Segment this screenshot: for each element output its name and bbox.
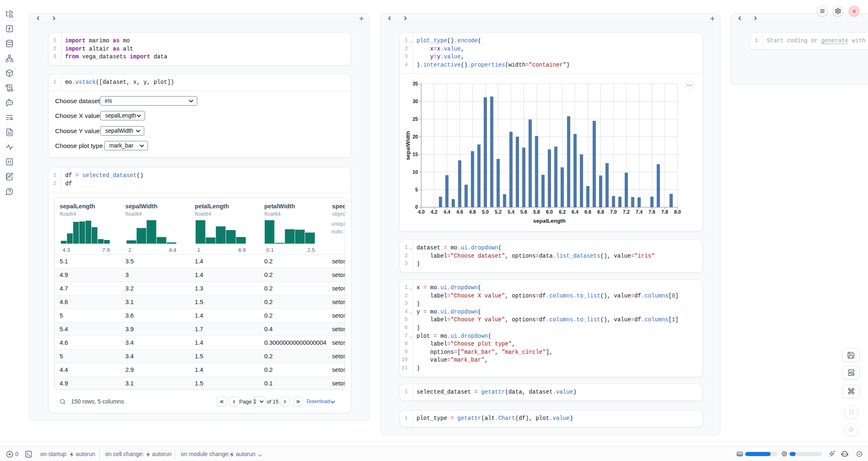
svg-text:4.0: 4.0 [418,210,425,215]
svg-text:5: 5 [415,187,418,193]
svg-text:sepalLength: sepalLength [533,218,566,224]
svg-text:6.4: 6.4 [572,210,579,215]
svg-text:8.0: 8.0 [674,210,681,215]
svg-text:6.8: 6.8 [597,210,604,215]
svg-text:5.2: 5.2 [495,210,502,215]
svg-text:7.8: 7.8 [661,210,668,215]
svg-text:4.8: 4.8 [469,210,476,215]
svg-text:4.2: 4.2 [431,210,438,215]
svg-text:7.4: 7.4 [636,210,643,215]
svg-text:0: 0 [415,205,418,210]
svg-text:15: 15 [413,152,418,157]
svg-text:4.6: 4.6 [456,210,463,215]
svg-text:7.2: 7.2 [623,210,630,215]
svg-text:5.6: 5.6 [520,210,527,215]
svg-text:25: 25 [413,116,418,122]
svg-text:sepalWidth: sepalWidth [405,131,411,160]
svg-text:5.8: 5.8 [533,210,540,215]
svg-text:5.0: 5.0 [482,210,489,215]
svg-text:20: 20 [413,134,418,140]
svg-text:4.4: 4.4 [443,210,450,215]
svg-text:35: 35 [413,81,418,87]
svg-text:30: 30 [413,99,418,104]
svg-text:10: 10 [413,169,418,175]
svg-text:6.0: 6.0 [546,210,553,215]
svg-text:6.2: 6.2 [559,210,566,215]
svg-text:5.4: 5.4 [508,210,515,215]
svg-text:7.0: 7.0 [610,210,617,215]
svg-text:6.6: 6.6 [584,210,591,215]
svg-text:7.6: 7.6 [649,210,656,215]
